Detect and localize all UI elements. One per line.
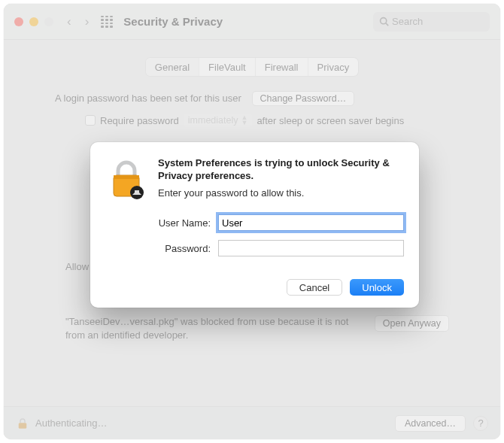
cancel-button[interactable]: Cancel [287,279,342,296]
username-label: User Name: [105,217,218,229]
preferences-window: ‹ › Security & Privacy Search General Fi… [4,4,500,439]
auth-form: User Name: Password: [105,214,404,265]
password-label: Password: [105,243,218,254]
auth-dialog: System Preferences is trying to unlock S… [90,142,419,308]
unlock-button[interactable]: Unlock [350,279,404,296]
dialog-subtitle: Enter your password to allow this. [158,187,404,199]
lock-badge-icon [105,157,147,199]
username-input[interactable] [218,214,404,231]
svg-rect-6 [135,190,139,194]
svg-rect-4 [114,175,139,179]
dialog-title: System Preferences is trying to unlock S… [158,157,404,183]
password-input[interactable] [218,240,404,256]
